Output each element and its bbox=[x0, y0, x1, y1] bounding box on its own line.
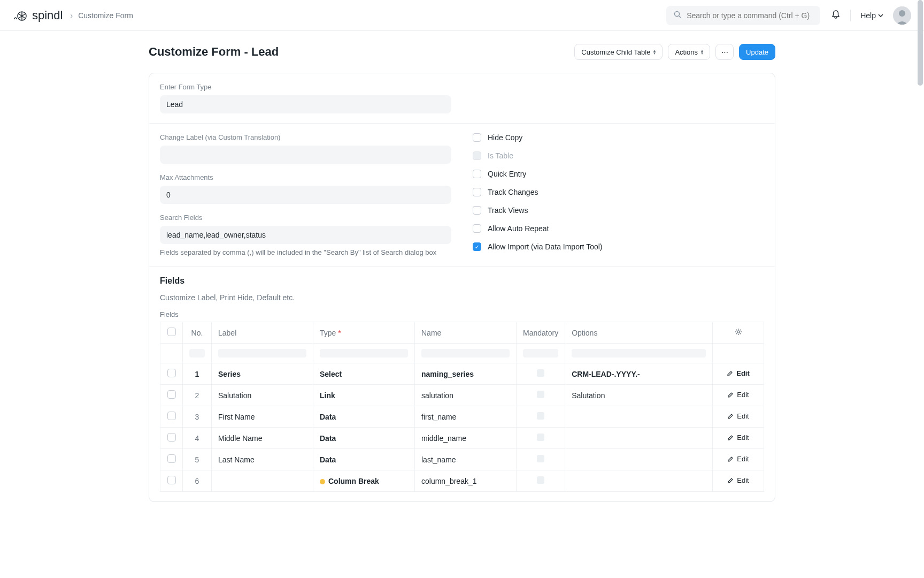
checkbox-row[interactable]: Allow Auto Repeat bbox=[473, 224, 764, 233]
change-label-label: Change Label (via Custom Translation) bbox=[160, 133, 451, 141]
divider bbox=[850, 10, 851, 21]
update-button[interactable]: Update bbox=[739, 44, 775, 60]
checkbox-icon bbox=[473, 206, 481, 215]
cell-options bbox=[565, 470, 713, 492]
search-bar[interactable] bbox=[666, 6, 820, 25]
table-row[interactable]: 2SalutationLinksalutationSalutationEdit bbox=[160, 385, 764, 406]
pencil-icon bbox=[727, 413, 734, 420]
cell-type: Data bbox=[313, 449, 415, 470]
cell-name: column_break_1 bbox=[415, 470, 517, 492]
cell-mandatory bbox=[517, 428, 565, 449]
search-icon bbox=[674, 11, 681, 20]
row-checkbox[interactable] bbox=[167, 390, 176, 399]
change-label-input[interactable] bbox=[160, 146, 451, 164]
scrollbar-thumb[interactable] bbox=[918, 0, 923, 86]
mandatory-checkbox[interactable] bbox=[537, 455, 544, 462]
th-options: Options bbox=[565, 322, 713, 344]
row-checkbox[interactable] bbox=[167, 454, 176, 463]
help-button[interactable]: Help bbox=[860, 11, 883, 20]
checkbox-label: Is Table bbox=[488, 151, 513, 160]
checkbox-row[interactable]: Hide Copy bbox=[473, 133, 764, 142]
cell-mandatory bbox=[517, 406, 565, 428]
brand-text: spindl bbox=[32, 9, 63, 22]
edit-button[interactable]: Edit bbox=[727, 434, 749, 442]
mandatory-checkbox[interactable] bbox=[537, 476, 544, 484]
mandatory-checkbox[interactable] bbox=[537, 369, 544, 377]
cell-options bbox=[565, 449, 713, 470]
edit-button[interactable]: Edit bbox=[727, 455, 749, 463]
cell-type: Data bbox=[313, 406, 415, 428]
row-checkbox[interactable] bbox=[167, 412, 176, 420]
fields-table: No. Label Type * Name Mandatory Options bbox=[160, 322, 764, 492]
search-fields-label: Search Fields bbox=[160, 214, 451, 222]
edit-button[interactable]: Edit bbox=[727, 391, 749, 399]
table-row[interactable]: 6Column Breakcolumn_break_1Edit bbox=[160, 470, 764, 492]
th-label: Label bbox=[212, 322, 313, 344]
ellipsis-icon: ⋯ bbox=[721, 48, 728, 56]
table-row[interactable]: 3First NameDatafirst_nameEdit bbox=[160, 406, 764, 428]
search-input[interactable] bbox=[687, 11, 813, 20]
mandatory-checkbox[interactable] bbox=[537, 391, 544, 398]
cell-name: last_name bbox=[415, 449, 517, 470]
more-button[interactable]: ⋯ bbox=[715, 44, 734, 60]
form-type-input[interactable] bbox=[160, 95, 451, 113]
topbar: spindl › Customize Form Help bbox=[0, 0, 924, 31]
avatar[interactable] bbox=[893, 6, 911, 25]
select-icon: ▴▾ bbox=[653, 49, 656, 55]
svg-point-4 bbox=[899, 10, 905, 17]
column-break-dot-icon bbox=[320, 479, 325, 484]
search-fields-help: Fields separated by comma (,) will be in… bbox=[160, 248, 451, 256]
gear-icon bbox=[735, 328, 742, 336]
cell-no: 1 bbox=[183, 363, 212, 385]
scrollbar[interactable] bbox=[918, 0, 923, 515]
cell-no: 6 bbox=[183, 470, 212, 492]
search-fields-input[interactable] bbox=[160, 226, 451, 244]
checkbox-icon: ✓ bbox=[473, 242, 481, 251]
checkbox-row[interactable]: Quick Entry bbox=[473, 170, 764, 178]
cell-label: Last Name bbox=[212, 449, 313, 470]
table-row[interactable]: 4Middle NameDatamiddle_nameEdit bbox=[160, 428, 764, 449]
table-row[interactable]: 1SeriesSelectnaming_seriesCRM-LEAD-.YYYY… bbox=[160, 363, 764, 385]
cell-type: Link bbox=[313, 385, 415, 406]
table-row[interactable]: 5Last NameDatalast_nameEdit bbox=[160, 449, 764, 470]
form-type-label: Enter Form Type bbox=[160, 83, 451, 91]
chevron-down-icon bbox=[878, 11, 883, 20]
pencil-icon bbox=[727, 477, 734, 484]
row-checkbox[interactable] bbox=[167, 433, 176, 442]
checkbox-row[interactable]: Track Changes bbox=[473, 188, 764, 196]
checkbox-icon bbox=[473, 224, 481, 233]
checkbox-row[interactable]: Track Views bbox=[473, 206, 764, 215]
cell-type: Column Break bbox=[313, 470, 415, 492]
edit-button[interactable]: Edit bbox=[727, 369, 750, 377]
cell-name: salutation bbox=[415, 385, 517, 406]
cell-mandatory bbox=[517, 470, 565, 492]
pencil-icon bbox=[727, 456, 734, 462]
edit-button[interactable]: Edit bbox=[727, 476, 749, 484]
th-name: Name bbox=[415, 322, 517, 344]
edit-button[interactable]: Edit bbox=[727, 412, 749, 420]
th-settings[interactable] bbox=[713, 322, 764, 344]
cell-options: Salutation bbox=[565, 385, 713, 406]
max-attachments-input[interactable] bbox=[160, 186, 451, 204]
select-all-checkbox[interactable] bbox=[167, 328, 176, 336]
logo[interactable]: spindl bbox=[13, 9, 63, 22]
mandatory-checkbox[interactable] bbox=[537, 434, 544, 441]
cell-label: Middle Name bbox=[212, 428, 313, 449]
breadcrumb-item[interactable]: Customize Form bbox=[78, 11, 133, 20]
cell-options bbox=[565, 406, 713, 428]
customize-child-table-button[interactable]: Customize Child Table ▴▾ bbox=[574, 44, 663, 60]
row-checkbox[interactable] bbox=[167, 476, 176, 484]
checkbox-icon bbox=[473, 133, 481, 142]
select-icon: ▴▾ bbox=[701, 49, 703, 55]
checkbox-label: Allow Auto Repeat bbox=[488, 224, 549, 233]
checkbox-row[interactable]: ✓Allow Import (via Data Import Tool) bbox=[473, 242, 764, 251]
th-type: Type * bbox=[313, 322, 415, 344]
cell-mandatory bbox=[517, 363, 565, 385]
actions-button[interactable]: Actions ▴▾ bbox=[668, 44, 710, 60]
cell-label: Series bbox=[212, 363, 313, 385]
page-header: Customize Form - Lead Customize Child Ta… bbox=[149, 44, 775, 60]
cell-no: 5 bbox=[183, 449, 212, 470]
mandatory-checkbox[interactable] bbox=[537, 412, 544, 420]
bell-icon[interactable] bbox=[831, 10, 841, 21]
row-checkbox[interactable] bbox=[167, 369, 176, 377]
